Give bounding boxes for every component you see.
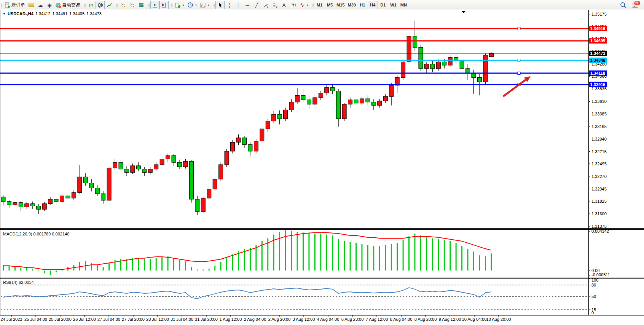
horizontal-line-tool-button[interactable]: ─: [243, 1, 252, 9]
timeframe-button-h1[interactable]: H1: [357, 1, 368, 9]
macd-histogram-bar: [426, 236, 427, 271]
arrow-annotation-shaft[interactable]: [503, 78, 528, 96]
rsi-axis-label: 50: [591, 294, 596, 299]
label-icon: T: [290, 2, 296, 8]
toolbar-group-insert: ▾ ▾ ▾: [171, 0, 213, 10]
date-label: 27 Jul 04:00: [97, 317, 120, 322]
timeframe-button-m15[interactable]: M15: [335, 1, 346, 9]
macd-histogram-bar: [144, 259, 145, 271]
vps-button[interactable]: ☁: [36, 1, 45, 9]
timeframe-button-mn[interactable]: MN: [399, 1, 409, 9]
macd-signal-line: [3, 233, 491, 270]
line-chart-icon: [107, 2, 112, 8]
timeframe-button-m30[interactable]: M30: [346, 1, 357, 9]
crosshair-tool-button[interactable]: [225, 1, 234, 9]
indicators-icon: [175, 2, 181, 8]
new-order-icon: [4, 2, 10, 8]
new-order-button[interactable]: 新订单: [3, 1, 27, 9]
timeframe-button-m5[interactable]: M5: [325, 1, 335, 9]
candle-body: [430, 64, 435, 69]
candle-body: [142, 169, 147, 173]
candle-body: [37, 206, 41, 209]
periods-button[interactable]: ▾: [186, 1, 198, 9]
candle-body: [72, 192, 76, 198]
price-line-badge-label: 1.34916: [590, 26, 606, 31]
candle-body: [242, 138, 246, 145]
notifications-button[interactable]: 1: [630, 1, 641, 9]
timeframe-button-w1[interactable]: W1: [388, 1, 399, 9]
line-handle[interactable]: [518, 59, 520, 62]
macd-histogram-bar: [209, 269, 210, 271]
cursor-tool-button[interactable]: [215, 1, 225, 9]
vertical-line-tool-button[interactable]: │: [234, 1, 243, 9]
signals-button[interactable]: ◉: [45, 1, 54, 9]
bar-chart-button[interactable]: [86, 1, 96, 9]
line-handle[interactable]: [518, 27, 520, 30]
notification-badge: 1: [634, 1, 640, 5]
fibonacci-tool-button[interactable]: F: [270, 1, 279, 9]
text-tool-button[interactable]: A: [279, 1, 289, 9]
candle-body: [489, 53, 493, 57]
macd-histogram-bar: [220, 262, 222, 271]
chat-icon: 1: [632, 2, 639, 8]
zoom-out-button[interactable]: [128, 1, 137, 9]
candle-body: [89, 183, 94, 188]
candle-body: [19, 203, 23, 207]
channel-tool-button[interactable]: E: [261, 1, 270, 9]
label-tool-button[interactable]: T: [289, 1, 298, 9]
candle-body: [160, 159, 164, 165]
auto-scroll-icon: [152, 2, 158, 8]
macd-histogram-bar: [485, 256, 486, 271]
search-button[interactable]: [618, 1, 628, 9]
chart-shift-button[interactable]: [159, 1, 169, 9]
templates-button[interactable]: ▾: [198, 1, 211, 9]
vertical-line-icon: │: [237, 3, 240, 8]
line-handle[interactable]: [518, 72, 520, 74]
rsi-axis-label: 100: [591, 278, 598, 282]
macd-histogram-bar: [232, 255, 233, 271]
toolbar-right-tools: 1: [618, 1, 644, 9]
dropdown-arrow-icon: ▾: [208, 3, 209, 7]
candle-body: [378, 101, 382, 106]
chart-menu-icon[interactable]: ▼: [3, 12, 6, 16]
macd-histogram-bar: [156, 258, 157, 271]
macd-histogram-bar: [355, 243, 357, 271]
candle-body: [295, 95, 300, 102]
macd-histogram-bar: [97, 265, 98, 271]
candlestick-chart-button[interactable]: [96, 1, 105, 9]
chart-shift-icon: [161, 2, 167, 8]
auto-scroll-button[interactable]: [150, 1, 159, 9]
macd-histogram-bar: [391, 244, 392, 271]
price-tick-label: 1.31375: [591, 224, 607, 229]
candle-body: [289, 102, 293, 110]
line-chart-button[interactable]: [105, 1, 114, 9]
candle-body: [389, 85, 394, 96]
candle-body: [207, 189, 211, 198]
timeframe-button-d1[interactable]: D1: [378, 1, 388, 9]
candle-body: [477, 77, 481, 82]
auto-trading-button[interactable]: 自动交易: [54, 1, 82, 9]
candle-body: [366, 99, 370, 102]
trendline-tool-button[interactable]: ╱: [252, 1, 261, 9]
macd-histogram-bar: [20, 268, 21, 271]
date-label: 8 Aug 20:00: [414, 317, 437, 322]
timeframe-button-m1[interactable]: M1: [314, 1, 325, 9]
timeframe-button-h4[interactable]: H4: [368, 1, 378, 9]
chart-canvas[interactable]: 1.351751.349501.347301.345051.342801.340…: [0, 10, 644, 325]
candle-body: [166, 156, 170, 159]
arrows-tool-button[interactable]: ▾: [298, 1, 310, 9]
macd-axis-label: 0.004142: [591, 229, 609, 234]
macd-histogram-bar: [367, 245, 368, 271]
date-label: 28 Jul 12:00: [146, 317, 169, 322]
macd-histogram-bar: [438, 239, 439, 271]
tile-windows-button[interactable]: [137, 1, 146, 9]
market-button[interactable]: [27, 1, 36, 9]
svg-text:T: T: [292, 3, 295, 7]
chart-shift-marker[interactable]: [461, 11, 466, 13]
candle-body: [78, 177, 82, 192]
macd-histogram-bar: [385, 245, 386, 271]
chart-title: ▼ USDCAD-,H4 1.34412 1.34491 1.34405 1.3…: [3, 11, 102, 16]
candle-body: [172, 156, 176, 163]
indicators-button[interactable]: ▾: [173, 1, 186, 9]
zoom-in-button[interactable]: [118, 1, 128, 9]
